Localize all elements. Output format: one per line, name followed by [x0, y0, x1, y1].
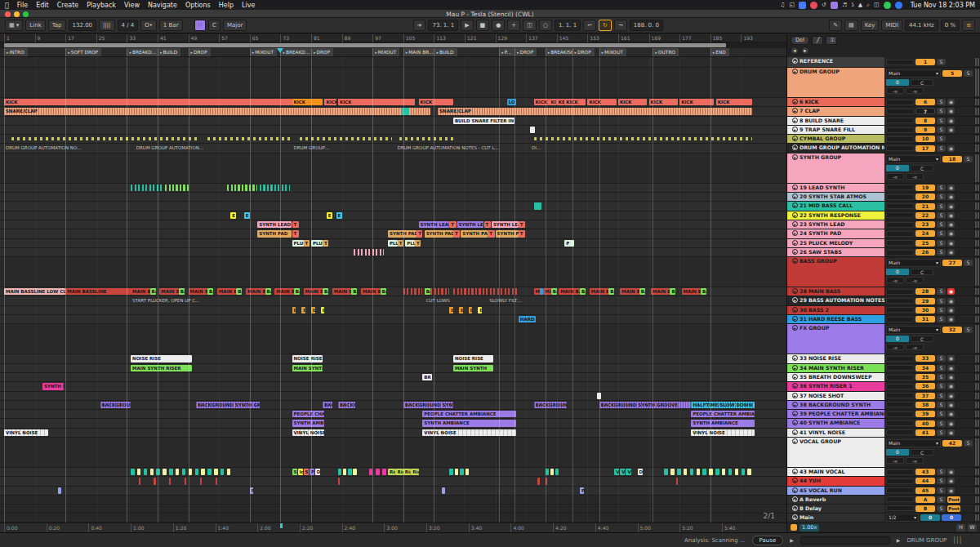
clip[interactable]	[626, 137, 752, 140]
clip-synth-lead[interactable]: SYNTH LEAD	[419, 221, 450, 228]
output-routing-menu[interactable]: Main▾	[886, 69, 941, 78]
fade-tool-button[interactable]: ╱	[812, 36, 823, 45]
clip-ba[interactable]: BA	[608, 288, 614, 295]
bar-ruler[interactable]: 1917253341495765738189971051131211291371…	[0, 34, 786, 42]
clip[interactable]	[169, 469, 172, 475]
clip-people-chatter-ambiance[interactable]: PEOPLE CHATTER AMBIANCE	[691, 411, 755, 417]
arm-record-button[interactable]: ◉	[947, 393, 955, 399]
crossfade-assign[interactable]: C	[911, 79, 933, 86]
clip-people-chatter-ambiance[interactable]: PEOPLE CHATTER AMBIANCE	[422, 411, 516, 417]
value-box[interactable]	[886, 356, 914, 362]
clip[interactable]	[747, 469, 751, 475]
clip-ric[interactable]: Ric	[411, 469, 418, 475]
clip[interactable]	[195, 469, 198, 475]
clip[interactable]	[399, 137, 453, 140]
clip-ba[interactable]: BA	[294, 288, 300, 295]
track-play-icon[interactable]: ▸	[792, 297, 798, 303]
playback-speed-field[interactable]: 1.00x	[800, 524, 819, 531]
solo-button[interactable]: S	[937, 383, 946, 389]
lane-28-main-bass[interactable]: MAIN BASSLINE LOW CUTMAIN BASSLINEMAIN B…	[0, 287, 786, 296]
clip[interactable]	[442, 487, 446, 494]
arrangement-marker-drop[interactable]: ▸DROP	[514, 48, 537, 56]
clip-vinyl-noise[interactable]: VINYL NOISE	[4, 429, 48, 436]
clip-main-synth[interactable]: MAIN SYNTH	[292, 365, 323, 371]
clip-background[interactable]: BACKGROUND	[534, 402, 567, 408]
clip-ba[interactable]: BA	[207, 288, 213, 295]
track-name-area[interactable]: ▸40 SYNTH AMBIANCE	[791, 419, 884, 427]
track-play-icon[interactable]: ▸	[792, 383, 798, 389]
track-activator-badge[interactable]: 24	[915, 230, 935, 237]
lane-37-noise-shot[interactable]	[0, 392, 786, 401]
clip-b[interactable]: b	[311, 307, 315, 314]
track-name-area[interactable]: ▸38 BACKGROUND SYNTH	[791, 401, 884, 409]
clip-main-synth[interactable]: MAIN SYNTH	[453, 365, 493, 371]
pan-dial[interactable]: 0	[886, 165, 909, 171]
solo-button[interactable]: S	[937, 365, 946, 371]
clip-ba[interactable]: BA	[580, 288, 586, 295]
track-play-icon[interactable]: ▸	[792, 127, 798, 132]
value-box[interactable]	[886, 496, 914, 502]
solo-button[interactable]: S	[937, 393, 946, 399]
clip[interactable]	[690, 469, 693, 475]
value-box[interactable]	[886, 250, 914, 256]
arm-record-button[interactable]: ◉	[947, 469, 955, 475]
clip-kick[interactable]: KICK	[649, 99, 678, 105]
solo-button[interactable]: S	[937, 127, 946, 133]
track-header-43-main-vocal[interactable]: ▸43 MAIN VOCAL43S◉	[787, 468, 980, 477]
clip-noise-rise[interactable]: NOISE RISE	[292, 355, 323, 362]
arrangement-marker-outro[interactable]: ▸OUTRO	[653, 48, 678, 56]
delete-button[interactable]: Del	[791, 36, 809, 45]
arm-record-button[interactable]: ◉	[947, 221, 955, 228]
solo-button[interactable]: S	[937, 316, 946, 322]
track-name-area[interactable]: ▸REFERENCE	[791, 57, 884, 67]
volume-icon[interactable]: ♬	[842, 2, 847, 9]
value-box[interactable]	[886, 145, 914, 151]
track-number-badge[interactable]: 27	[942, 260, 962, 266]
clip-synth-pad[interactable]: SYNTH PAD	[425, 230, 453, 237]
solo-button[interactable]: S	[937, 496, 946, 503]
clip[interactable]	[169, 478, 171, 484]
lane-a-reverb[interactable]	[0, 496, 786, 505]
clip-main-bassline-low-cut[interactable]: MAIN BASSLINE LOW CUT	[4, 288, 65, 295]
arrangement-marker-soft-drop[interactable]: ▸SOFT DROP	[65, 48, 101, 56]
track-header-reference[interactable]: ▸REFERENCE1S	[787, 57, 980, 68]
track-header-29-bass-automation-notes[interactable]: ▸29 BASS AUTOMATION NOTES29S◉	[787, 296, 980, 305]
pan-dial[interactable]: 0	[886, 269, 909, 275]
track-play-icon[interactable]: ▸	[792, 411, 798, 416]
arm-record-button[interactable]: ◉	[947, 365, 955, 371]
pan-dial[interactable]: 0	[886, 449, 909, 456]
value-box[interactable]	[886, 469, 914, 475]
value-box[interactable]	[886, 505, 914, 511]
clip[interactable]	[546, 478, 547, 484]
track-play-icon[interactable]: ▸	[792, 202, 798, 208]
track-activator-badge[interactable]: 41	[915, 429, 935, 436]
solo-button[interactable]: S	[937, 221, 946, 228]
lane-reference[interactable]	[0, 57, 786, 68]
track-name-area[interactable]: ▸34 MAIN SYNTH RISER	[791, 364, 884, 372]
clip-kick[interactable]: KICK	[618, 99, 647, 105]
clip-ba[interactable]: BA	[351, 288, 357, 295]
track-activator-badge[interactable]: 21	[915, 203, 935, 210]
track-play-icon[interactable]: ▸	[792, 58, 798, 64]
track-play-icon[interactable]: ▸	[792, 393, 798, 398]
clip-synth-pad[interactable]: SYNTH PAD	[496, 230, 519, 237]
crossfade-assign[interactable]: C	[911, 269, 933, 275]
group-fold-icon[interactable]: ▸	[792, 258, 798, 264]
clip[interactable]	[530, 127, 535, 133]
solo-button[interactable]: S	[964, 440, 973, 447]
solo-button[interactable]: S	[937, 469, 946, 475]
clip[interactable]	[144, 469, 147, 475]
arm-record-button[interactable]: ◉	[947, 429, 955, 436]
track-activator-badge[interactable]: 34	[915, 365, 935, 371]
arrangement-marker-drop[interactable]: ▸DROP	[189, 48, 211, 56]
clip-pluc[interactable]: PLUC	[388, 240, 398, 247]
clip-noise-rise[interactable]: NOISE RISE	[453, 355, 493, 362]
track-activator-badge[interactable]: 9	[915, 127, 935, 133]
track-play-icon[interactable]: ▸	[792, 402, 798, 407]
track-header-38-background-synth[interactable]: ▸38 BACKGROUND SYNTH38S◉	[787, 401, 980, 410]
punch-in-button[interactable]: ⌐	[583, 20, 596, 31]
track-play-icon[interactable]: ▸	[792, 487, 798, 493]
time-machine-icon[interactable]: ↺	[822, 2, 826, 9]
arm-record-button[interactable]: ◉	[947, 316, 955, 322]
clip[interactable]	[555, 469, 559, 475]
